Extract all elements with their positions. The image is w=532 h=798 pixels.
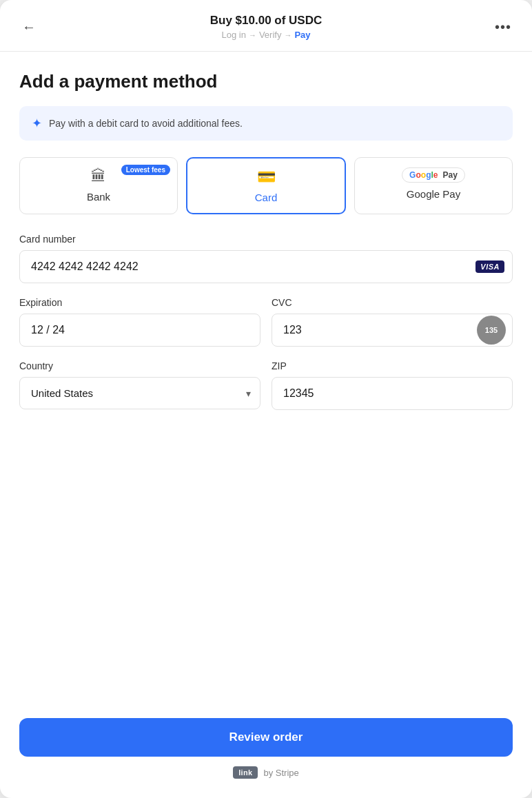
cvc-label: CVC — [272, 297, 513, 308]
tab-bank-label: Bank — [87, 191, 110, 203]
more-button[interactable]: ••• — [491, 14, 515, 39]
expiration-group: Expiration — [19, 297, 260, 347]
step-verify: Verify — [259, 30, 282, 40]
header-center: Buy $10.00 of USDC Log in → Verify → Pay — [41, 14, 491, 40]
info-banner: ✦ Pay with a debit card to avoid additio… — [19, 106, 513, 141]
zip-group: ZIP — [272, 360, 513, 410]
lowest-fees-badge: Lowest fees — [121, 165, 170, 175]
country-group: Country United States Canada United King… — [19, 360, 260, 410]
step-pay: Pay — [294, 30, 310, 40]
card-number-input-wrapper: VISA — [19, 250, 513, 283]
back-button[interactable]: ← — [17, 14, 41, 39]
tab-bank[interactable]: Lowest fees 🏛 Bank — [19, 157, 178, 214]
pay-text: Pay — [443, 170, 458, 180]
bank-icon: 🏛 — [91, 167, 106, 185]
expiration-input[interactable] — [19, 314, 260, 347]
exp-cvc-row: Expiration CVC 135 — [19, 297, 513, 360]
card-number-group: Card number VISA — [19, 234, 513, 283]
link-badge: link — [233, 766, 258, 779]
cvc-icon-badge: 135 — [477, 316, 506, 345]
payment-modal: ← Buy $10.00 of USDC Log in → Verify → P… — [0, 0, 532, 798]
tab-googlepay-label: Google Pay — [407, 188, 460, 200]
header: ← Buy $10.00 of USDC Log in → Verify → P… — [0, 0, 532, 52]
zip-input[interactable] — [272, 377, 513, 410]
page-title: Add a payment method — [19, 71, 513, 92]
card-icon: 💳 — [257, 168, 276, 186]
stripe-footer: link by Stripe — [19, 766, 513, 779]
google-pay-badge: Google Pay — [402, 167, 465, 183]
zip-label: ZIP — [272, 360, 513, 371]
country-select-wrapper: United States Canada United Kingdom Germ… — [19, 377, 260, 409]
card-number-input[interactable] — [19, 250, 513, 283]
expiration-label: Expiration — [19, 297, 260, 308]
tab-googlepay[interactable]: Google Pay Google Pay — [354, 157, 513, 214]
header-steps: Log in → Verify → Pay — [41, 30, 491, 40]
cvc-group: CVC 135 — [272, 297, 513, 347]
country-select[interactable]: United States Canada United Kingdom Germ… — [19, 377, 260, 409]
google-g-icon: Google — [409, 170, 438, 180]
main-content: Add a payment method ✦ Pay with a debit … — [0, 52, 532, 702]
country-label: Country — [19, 360, 260, 371]
banner-text: Pay with a debit card to avoid additiona… — [49, 118, 243, 129]
sparkle-icon: ✦ — [32, 116, 42, 131]
country-zip-row: Country United States Canada United King… — [19, 360, 513, 424]
visa-badge: VISA — [475, 260, 504, 273]
tab-card-label: Card — [255, 192, 278, 203]
cvc-input-wrapper: 135 — [272, 314, 513, 347]
stripe-text: by Stripe — [263, 768, 298, 778]
tab-card[interactable]: 💳 Card — [186, 157, 346, 214]
header-title: Buy $10.00 of USDC — [41, 14, 491, 28]
footer: Review order link by Stripe — [0, 702, 532, 798]
step-login: Log in — [221, 30, 245, 40]
step-arrow-1: → — [249, 31, 256, 39]
review-order-button[interactable]: Review order — [19, 718, 513, 757]
step-arrow-2: → — [284, 31, 291, 39]
card-number-label: Card number — [19, 234, 513, 245]
payment-tabs: Lowest fees 🏛 Bank 💳 Card Google Pay Goo… — [19, 157, 513, 214]
